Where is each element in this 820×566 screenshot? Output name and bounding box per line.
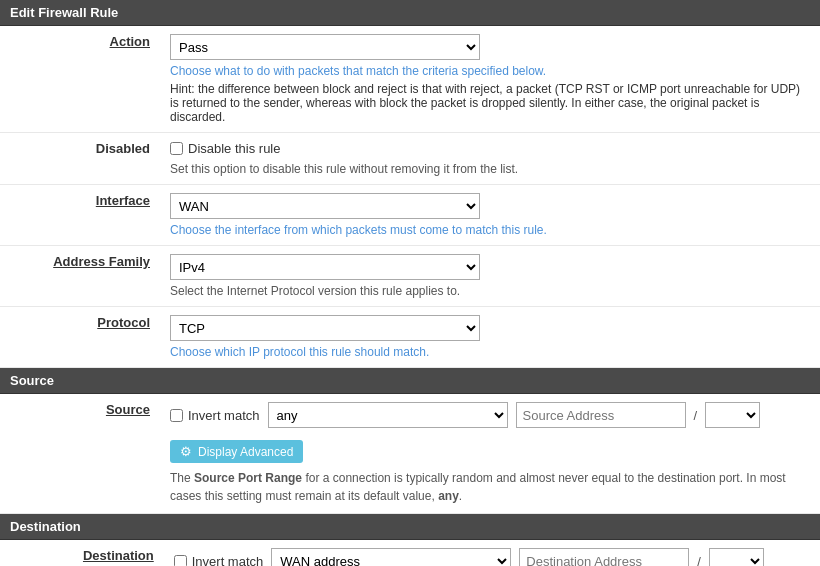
- destination-title: Destination: [10, 519, 81, 534]
- disabled-value-cell: Disable this rule Set this option to dis…: [160, 133, 820, 185]
- destination-slash: /: [697, 554, 701, 567]
- address-family-row: Address Family IPv4 IPv6 IPv4+IPv6 Selec…: [0, 246, 820, 307]
- interface-select[interactable]: WAN LAN OPT1: [170, 193, 480, 219]
- display-advanced-button[interactable]: ⚙ Display Advanced: [170, 440, 303, 463]
- destination-form: Destination Invert match WAN address /: [0, 540, 820, 566]
- action-value-cell: Pass Block Reject Choose what to do with…: [160, 26, 820, 133]
- disabled-row: Disabled Disable this rule Set this opti…: [0, 133, 820, 185]
- action-row: Action Pass Block Reject Choose what to …: [0, 26, 820, 133]
- disable-rule-checkbox[interactable]: [170, 142, 183, 155]
- interface-label[interactable]: Interface: [96, 193, 150, 208]
- display-advanced-label: Display Advanced: [198, 445, 293, 459]
- protocol-select[interactable]: TCP UDP TCP/UDP ICMP Any: [170, 315, 480, 341]
- page-container: Edit Firewall Rule Action Pass Block Rej…: [0, 0, 820, 566]
- source-any-select[interactable]: any: [268, 402, 508, 428]
- source-address-input[interactable]: [516, 402, 686, 428]
- source-slash: /: [694, 408, 698, 423]
- protocol-label[interactable]: Protocol: [97, 315, 150, 330]
- destination-invert-checkbox[interactable]: [174, 555, 187, 567]
- action-help2: Hint: the difference between block and r…: [170, 82, 810, 124]
- source-row: Source Invert match any /: [0, 394, 820, 514]
- source-value-cell: Invert match any / ⚙ Display Advanced: [160, 394, 820, 514]
- source-port-range-bold: Source Port Range: [194, 471, 302, 485]
- address-family-value-cell: IPv4 IPv6 IPv4+IPv6 Select the Internet …: [160, 246, 820, 307]
- protocol-value-cell: TCP UDP TCP/UDP ICMP Any Choose which IP…: [160, 307, 820, 368]
- main-title: Edit Firewall Rule: [10, 5, 118, 20]
- address-family-label-cell: Address Family: [0, 246, 160, 307]
- source-inline-row: Invert match any /: [170, 402, 810, 428]
- destination-invert-text: Invert match: [192, 554, 264, 567]
- source-label-cell: Source: [0, 394, 160, 514]
- action-help1: Choose what to do with packets that matc…: [170, 64, 810, 78]
- source-form: Source Invert match any /: [0, 394, 820, 514]
- disabled-help: Set this option to disable this rule wit…: [170, 162, 810, 176]
- destination-invert-label[interactable]: Invert match: [174, 554, 264, 567]
- source-advanced-wrapper: ⚙ Display Advanced: [170, 434, 810, 463]
- source-invert-label[interactable]: Invert match: [170, 408, 260, 423]
- main-form: Action Pass Block Reject Choose what to …: [0, 26, 820, 368]
- source-invert-checkbox[interactable]: [170, 409, 183, 422]
- protocol-row: Protocol TCP UDP TCP/UDP ICMP Any Choose…: [0, 307, 820, 368]
- destination-cidr-select[interactable]: [709, 548, 764, 566]
- disabled-label-cell: Disabled: [0, 133, 160, 185]
- address-family-select[interactable]: IPv4 IPv6 IPv4+IPv6: [170, 254, 480, 280]
- destination-row: Destination Invert match WAN address /: [0, 540, 820, 566]
- interface-help: Choose the interface from which packets …: [170, 223, 810, 237]
- destination-address-input[interactable]: [519, 548, 689, 566]
- main-section-header: Edit Firewall Rule: [0, 0, 820, 26]
- disable-rule-text: Disable this rule: [188, 141, 281, 156]
- source-title: Source: [10, 373, 54, 388]
- source-label[interactable]: Source: [106, 402, 150, 417]
- disable-rule-label[interactable]: Disable this rule: [170, 141, 281, 156]
- destination-section-header: Destination: [0, 514, 820, 540]
- source-hint: The Source Port Range for a connection i…: [170, 469, 810, 505]
- disabled-label: Disabled: [96, 141, 150, 156]
- action-select-wrapper: Pass Block Reject: [170, 34, 810, 60]
- destination-label-cell: Destination: [0, 540, 164, 566]
- source-invert-text: Invert match: [188, 408, 260, 423]
- destination-label[interactable]: Destination: [83, 548, 154, 563]
- protocol-help: Choose which IP protocol this rule shoul…: [170, 345, 810, 359]
- gear-icon: ⚙: [180, 444, 192, 459]
- action-select[interactable]: Pass Block Reject: [170, 34, 480, 60]
- source-section-header: Source: [0, 368, 820, 394]
- protocol-label-cell: Protocol: [0, 307, 160, 368]
- destination-inline-row: Invert match WAN address /: [174, 548, 810, 566]
- interface-label-cell: Interface: [0, 185, 160, 246]
- any-bold: any: [438, 489, 459, 503]
- destination-address-select[interactable]: WAN address: [271, 548, 511, 566]
- source-cidr-select[interactable]: [705, 402, 760, 428]
- interface-value-cell: WAN LAN OPT1 Choose the interface from w…: [160, 185, 820, 246]
- address-family-label[interactable]: Address Family: [53, 254, 150, 269]
- address-family-help: Select the Internet Protocol version thi…: [170, 284, 810, 298]
- interface-row: Interface WAN LAN OPT1 Choose the interf…: [0, 185, 820, 246]
- destination-value-cell: Invert match WAN address /: [164, 540, 820, 566]
- action-label[interactable]: Action: [110, 34, 150, 49]
- action-label-cell: Action: [0, 26, 160, 133]
